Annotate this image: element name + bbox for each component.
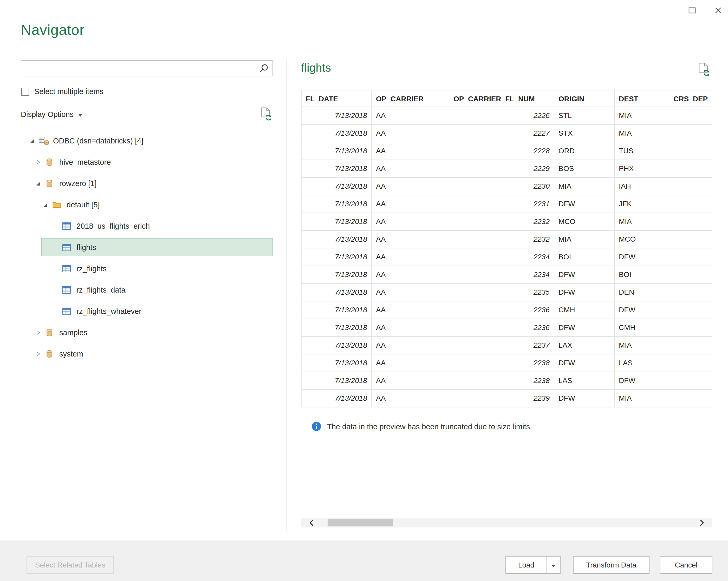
table-cell: 7/13/2018 [301, 107, 372, 125]
refresh-tree-icon[interactable] [260, 107, 272, 120]
table-cell: AA [372, 195, 449, 213]
table-icon [62, 243, 72, 252]
table-cell: MIA [615, 107, 669, 125]
table-cell: MIA [615, 125, 669, 142]
table-cell [669, 178, 712, 195]
scrollbar-thumb[interactable] [328, 519, 393, 526]
table-cell: 2236 [449, 301, 554, 319]
panel-divider [287, 59, 287, 531]
scrollbar-track[interactable] [322, 518, 692, 527]
horizontal-scrollbar[interactable] [301, 518, 712, 527]
table-cell: 7/13/2018 [301, 372, 372, 390]
tree-item-flights[interactable]: flights [21, 237, 273, 258]
tree-item-rz-flights-whatever[interactable]: rz_flights_whatever [21, 300, 273, 322]
table-cell: AA [372, 231, 449, 248]
table-cell [669, 284, 712, 301]
table-cell: LAS [615, 354, 669, 372]
tree-item-label: hive_metastore [59, 158, 111, 166]
collapse-icon[interactable] [29, 138, 34, 143]
table-cell: PHX [615, 160, 669, 178]
table-icon [62, 306, 72, 316]
table-cell [669, 248, 712, 266]
tree-item-odbc-dsn-databricks-4[interactable]: ODBC (dsn=databricks) [4] [21, 130, 273, 151]
search-input[interactable] [25, 62, 254, 75]
table-cell: AA [372, 160, 449, 178]
table-cell [669, 142, 712, 160]
tree-item-label: 2018_us_flights_erich [76, 222, 150, 230]
table-cell: AA [372, 178, 449, 195]
table-cell: DEN [615, 284, 669, 301]
tree-item-samples[interactable]: samples [21, 322, 273, 343]
table-cell [669, 372, 712, 390]
table-cell [669, 319, 712, 337]
tree-item-rz-flights-data[interactable]: rz_flights_data [21, 279, 273, 300]
table-cell: BOS [554, 160, 615, 178]
table-icon [62, 264, 72, 273]
close-button[interactable] [710, 4, 726, 18]
scroll-left-arrow[interactable] [301, 518, 322, 527]
display-options-dropdown[interactable]: Display Options [21, 110, 82, 118]
maximize-button[interactable] [684, 4, 700, 18]
database-icon [45, 157, 55, 167]
tree-item-rowzero-1[interactable]: rowzero [1] [21, 172, 273, 194]
table-cell: LAX [554, 337, 615, 354]
table-row: 7/13/2018AA2226STLMIA [301, 107, 712, 125]
tree-item-2018-us-flights-erich[interactable]: 2018_us_flights_erich [21, 215, 273, 237]
table-cell: DFW [615, 372, 669, 390]
table-cell: ORD [554, 142, 615, 160]
expand-icon[interactable] [35, 351, 41, 356]
tree-item-hive-metastore[interactable]: hive_metastore [21, 151, 273, 172]
table-cell: MIA [554, 178, 615, 195]
table-row: 7/13/2018AA2232MIAMCO [301, 231, 712, 248]
maximize-icon [688, 7, 696, 15]
search-box [21, 60, 273, 76]
expand-icon[interactable] [35, 159, 41, 164]
load-dropdown-button[interactable] [547, 557, 560, 573]
cancel-button[interactable]: Cancel [660, 556, 712, 574]
select-related-tables-button[interactable]: Select Related Tables [27, 556, 114, 574]
tree-item-default-5[interactable]: default [5] [21, 194, 273, 215]
table-cell: TUS [615, 142, 669, 160]
table-cell: MIA [615, 390, 669, 408]
collapse-icon[interactable] [43, 202, 48, 207]
column-header-op-carrier-fl-num: OP_CARRIER_FL_NUM [449, 90, 554, 107]
table-cell: 2227 [449, 125, 554, 142]
table-cell: MIA [615, 213, 669, 231]
twisty-spacer [53, 223, 58, 228]
tree-item-label: rowzero [1] [59, 179, 97, 187]
select-multiple-label: Select multiple items [34, 87, 103, 95]
table-cell: 7/13/2018 [301, 213, 372, 231]
table-row: 7/13/2018AA2232MCOMIA [301, 213, 712, 231]
table-cell: 7/13/2018 [301, 319, 372, 337]
database-icon [45, 328, 55, 337]
tree-item-rz-flights[interactable]: rz_flights [21, 258, 273, 279]
table-cell [669, 301, 712, 319]
table-cell: AA [372, 284, 449, 301]
navigator-tree: ODBC (dsn=databricks) [4]hive_metastorer… [21, 130, 273, 364]
preview-refresh-icon[interactable] [698, 62, 710, 76]
table-cell: AA [372, 142, 449, 160]
chevron-down-icon [78, 110, 82, 118]
table-cell: 7/13/2018 [301, 195, 372, 213]
table-cell: 7/13/2018 [301, 284, 372, 301]
table-cell [669, 337, 712, 354]
folder-icon [52, 200, 62, 209]
scroll-right-arrow[interactable] [692, 518, 712, 527]
expand-icon[interactable] [35, 330, 41, 335]
table-row: 7/13/2018AA2228ORDTUS [301, 142, 712, 160]
collapse-icon[interactable] [35, 181, 41, 186]
search-icon[interactable] [258, 63, 269, 74]
table-cell: 2239 [449, 390, 554, 408]
load-button[interactable]: Load [506, 557, 547, 573]
table-cell: BOI [554, 248, 615, 266]
select-multiple-row[interactable]: Select multiple items [21, 87, 103, 95]
table-cell: AA [372, 107, 449, 125]
table-cell: 7/13/2018 [301, 178, 372, 195]
transform-data-button[interactable]: Transform Data [573, 556, 649, 574]
select-multiple-checkbox[interactable] [21, 88, 29, 95]
table-cell: 7/13/2018 [301, 160, 372, 178]
table-cell: CMH [554, 301, 615, 319]
tree-item-system[interactable]: system [21, 343, 273, 364]
table-cell: DFW [554, 354, 615, 372]
twisty-spacer [53, 245, 58, 250]
